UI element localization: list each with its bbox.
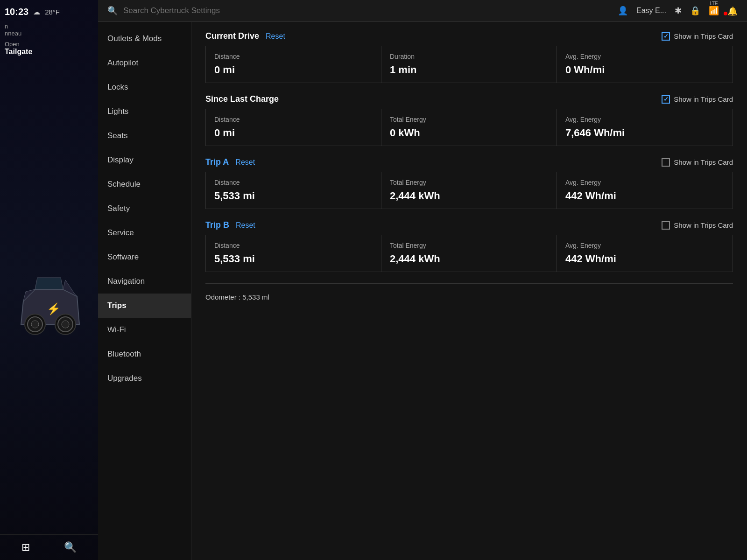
clock: 10:23 <box>5 7 28 17</box>
sidebar-item-bluetooth[interactable]: Bluetooth <box>98 342 191 366</box>
signal-container: LTE 📶 <box>709 6 719 16</box>
trip-b-title: Trip B Reset <box>205 220 255 230</box>
trip-b-total-energy-value: 2,444 kWh <box>390 253 548 265</box>
sidebar-item-navigation[interactable]: Navigation <box>98 269 191 294</box>
content-area: Outlets & Mods Autopilot Locks Lights Se… <box>98 22 747 560</box>
trip-a-total-energy-label: Total Energy <box>390 179 548 186</box>
trip-b-distance-label: Distance <box>214 242 373 249</box>
current-drive-distance-value: 0 mi <box>214 64 373 76</box>
sidebar-item-outlets-mods[interactable]: Outlets & Mods <box>98 27 191 51</box>
svg-marker-1 <box>35 278 63 289</box>
trip-b-show-trips: Show in Trips Card <box>662 221 733 230</box>
trip-a-header: Trip A Reset Show in Trips Card <box>205 157 733 167</box>
current-drive-section: Current Drive Reset Show in Trips Card D… <box>205 31 733 83</box>
trip-a-section: Trip A Reset Show in Trips Card Distance… <box>205 157 733 209</box>
trip-b-distance-cell: Distance 5,533 mi <box>206 235 381 272</box>
sidebar-item-trips[interactable]: Trips <box>98 294 191 318</box>
trip-b-total-energy-label: Total Energy <box>390 242 548 249</box>
svg-point-7 <box>31 321 39 328</box>
menu-icon[interactable]: ⊞ <box>21 541 30 553</box>
lock-icon: 🔒 <box>690 6 700 16</box>
since-last-charge-avg-energy-label: Avg. Energy <box>565 116 724 123</box>
bell-icon: 🔔 <box>727 7 738 16</box>
svg-text:⚡: ⚡ <box>47 302 61 315</box>
sidebar-item-autopilot[interactable]: Autopilot <box>98 51 191 75</box>
header-right: 👤 Easy E... ✱ 🔒 LTE 📶 🔔 <box>618 6 738 16</box>
main-area: 🔍 👤 Easy E... ✱ 🔒 LTE 📶 🔔 Outlets & Mods <box>98 0 747 560</box>
current-drive-distance-cell: Distance 0 mi <box>206 46 381 83</box>
trip-a-total-energy-value: 2,444 kWh <box>390 190 548 202</box>
trip-a-title: Trip A Reset <box>205 157 255 167</box>
trip-b-header: Trip B Reset Show in Trips Card <box>205 220 733 230</box>
trip-b-avg-energy-value: 442 Wh/mi <box>565 253 724 265</box>
left-panel: 10:23 ☁ 28°F n nneau Open Tailgate <box>0 0 98 560</box>
sidebar-item-schedule[interactable]: Schedule <box>98 172 191 196</box>
current-drive-title: Current Drive Reset <box>205 31 285 41</box>
sidebar-item-locks[interactable]: Locks <box>98 75 191 99</box>
temperature: 28°F <box>45 8 60 16</box>
since-last-charge-show-trips: Show in Trips Card <box>662 95 733 104</box>
search-icon: 🔍 <box>107 6 118 16</box>
trip-b-section: Trip B Reset Show in Trips Card Distance… <box>205 220 733 272</box>
bottom-bar: ⊞ 🔍 <box>0 534 98 560</box>
trip-a-total-energy-cell: Total Energy 2,444 kWh <box>381 172 557 209</box>
since-last-charge-total-energy-value: 0 kWh <box>390 127 548 139</box>
sidebar-item-software[interactable]: Software <box>98 245 191 269</box>
sidebar-item-wifi[interactable]: Wi-Fi <box>98 318 191 342</box>
trips-content: Current Drive Reset Show in Trips Card D… <box>191 22 747 560</box>
since-last-charge-total-energy-label: Total Energy <box>390 116 548 123</box>
trip-a-avg-energy-value: 442 Wh/mi <box>565 190 724 202</box>
open-label: Open <box>5 41 93 48</box>
current-drive-checkbox[interactable] <box>662 32 670 41</box>
sidebar-item-service[interactable]: Service <box>98 221 191 245</box>
trip-b-distance-value: 5,533 mi <box>214 253 373 265</box>
trip-a-checkbox[interactable] <box>662 158 670 167</box>
since-last-charge-stats: Distance 0 mi Total Energy 0 kWh Avg. En… <box>205 109 733 146</box>
odometer: Odometer : 5,533 ml <box>205 293 733 301</box>
since-last-charge-distance-cell: Distance 0 mi <box>206 109 381 146</box>
car-display: ⚡ <box>0 58 98 534</box>
trip-a-show-trips: Show in Trips Card <box>662 158 733 167</box>
bluetooth-icon: ✱ <box>675 6 682 16</box>
since-last-charge-title: Since Last Charge <box>205 94 279 104</box>
status-bar: 10:23 ☁ 28°F <box>0 0 98 21</box>
trip-a-avg-energy-label: Avg. Energy <box>565 179 724 186</box>
signal-icon: 📶 <box>709 6 719 16</box>
current-drive-duration-value: 1 min <box>390 64 548 76</box>
sidebar-item-safety[interactable]: Safety <box>98 196 191 221</box>
since-last-charge-checkbox[interactable] <box>662 95 670 104</box>
trip-a-stats: Distance 5,533 mi Total Energy 2,444 kWh… <box>205 172 733 209</box>
current-drive-header: Current Drive Reset Show in Trips Card <box>205 31 733 41</box>
search-input[interactable] <box>123 6 612 15</box>
divider <box>205 283 733 284</box>
lte-text: LTE <box>710 1 718 6</box>
trip-b-total-energy-cell: Total Energy 2,444 kWh <box>381 235 557 272</box>
svg-point-9 <box>62 321 69 328</box>
since-last-charge-total-energy-cell: Total Energy 0 kWh <box>381 109 557 146</box>
notification-container: 🔔 <box>727 6 738 15</box>
car-label: n <box>5 23 93 30</box>
trip-a-distance-label: Distance <box>214 179 373 186</box>
sidebar-item-seats[interactable]: Seats <box>98 124 191 148</box>
sidebar-item-lights[interactable]: Lights <box>98 99 191 124</box>
search-icon[interactable]: 🔍 <box>64 541 77 553</box>
trip-b-reset-button[interactable]: Reset <box>236 221 255 230</box>
current-drive-reset-button[interactable]: Reset <box>266 32 285 41</box>
trip-a-reset-button[interactable]: Reset <box>235 158 255 167</box>
search-bar: 🔍 👤 Easy E... ✱ 🔒 LTE 📶 🔔 <box>98 0 747 22</box>
trip-a-avg-energy-cell: Avg. Energy 442 Wh/mi <box>557 172 733 209</box>
user-label: Easy E... <box>636 7 666 15</box>
current-drive-avg-energy-label: Avg. Energy <box>565 53 724 60</box>
sidebar-item-display[interactable]: Display <box>98 148 191 172</box>
user-icon: 👤 <box>618 6 628 16</box>
sidebar-item-upgrades[interactable]: Upgrades <box>98 366 191 391</box>
since-last-charge-distance-label: Distance <box>214 116 373 123</box>
notification-dot <box>724 12 727 15</box>
since-last-charge-section: Since Last Charge Show in Trips Card Dis… <box>205 94 733 146</box>
trip-b-checkbox[interactable] <box>662 221 670 230</box>
current-drive-avg-energy-cell: Avg. Energy 0 Wh/mi <box>557 46 733 83</box>
since-last-charge-avg-energy-value: 7,646 Wh/mi <box>565 127 724 139</box>
trip-b-avg-energy-cell: Avg. Energy 442 Wh/mi <box>557 235 733 272</box>
current-drive-distance-label: Distance <box>214 53 373 60</box>
weather-icon: ☁ <box>33 8 40 16</box>
